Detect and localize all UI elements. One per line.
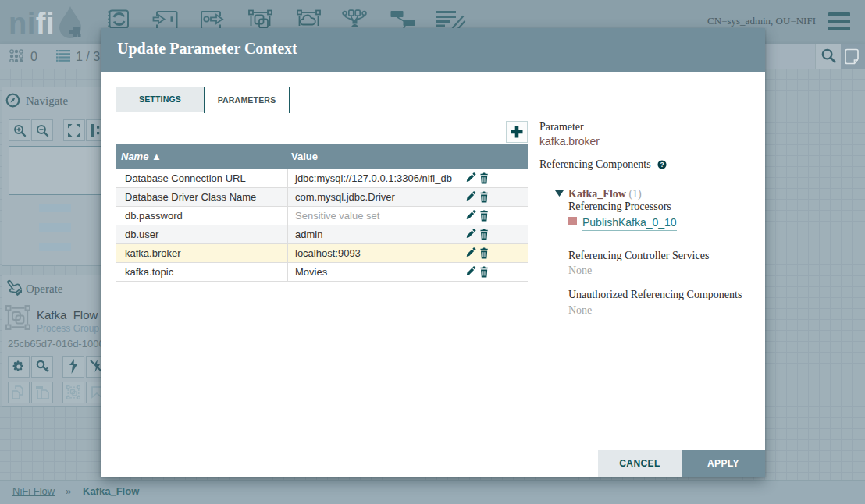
svg-text:?: ? xyxy=(660,161,664,169)
